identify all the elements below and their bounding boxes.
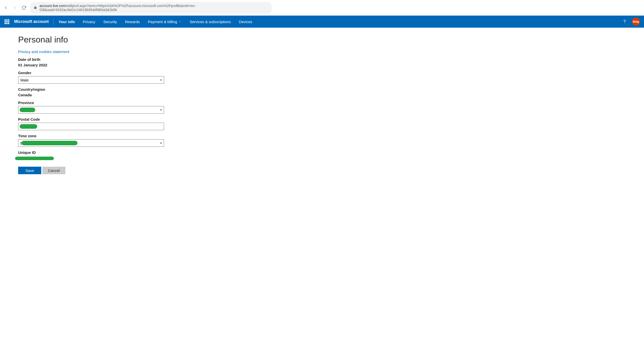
nav-payment-billing[interactable]: Payment & billing bbox=[144, 16, 186, 28]
brand-label[interactable]: Microsoft account bbox=[13, 19, 53, 24]
gender-label: Gender bbox=[18, 71, 183, 75]
gender-group: Gender Male bbox=[18, 71, 183, 84]
browser-toolbar: account.live.com/editprof.aspx?amru=http… bbox=[0, 0, 644, 16]
province-select[interactable] bbox=[18, 106, 164, 114]
avatar[interactable]: Bldg bbox=[632, 18, 640, 26]
help-icon[interactable]: ? bbox=[622, 19, 627, 24]
country-value: Canada bbox=[18, 93, 32, 97]
main-nav: Microsoft account Your info Privacy Secu… bbox=[0, 16, 644, 28]
redacted-uniqueid bbox=[15, 157, 54, 160]
dob-label: Date of birth bbox=[18, 57, 183, 62]
postal-input[interactable] bbox=[18, 123, 164, 130]
country-label: Country/region bbox=[18, 87, 183, 92]
nav-devices[interactable]: Devices bbox=[235, 16, 256, 28]
reload-button[interactable] bbox=[21, 5, 27, 11]
page-title: Personal info bbox=[18, 35, 183, 44]
timezone-select[interactable]: E bbox=[18, 139, 164, 147]
nav-rewards[interactable]: Rewards bbox=[121, 16, 144, 28]
uniqueid-group: Unique ID bbox=[18, 150, 183, 160]
url-text: account.live.com/editprof.aspx?amru=http… bbox=[39, 4, 268, 12]
forward-button[interactable] bbox=[12, 5, 18, 11]
nav-divider bbox=[53, 18, 54, 25]
province-group: Province bbox=[18, 101, 183, 114]
privacy-cookies-link[interactable]: Privacy and cookies statement bbox=[18, 50, 69, 54]
dob-value: 01 January 2022 bbox=[18, 63, 47, 67]
timezone-group: Time zone E bbox=[18, 134, 183, 147]
uniqueid-label: Unique ID bbox=[18, 150, 183, 155]
back-button[interactable] bbox=[3, 5, 9, 11]
address-bar[interactable]: account.live.com/editprof.aspx?amru=http… bbox=[30, 2, 272, 14]
nav-privacy[interactable]: Privacy bbox=[79, 16, 99, 28]
province-label: Province bbox=[18, 101, 183, 105]
nav-security[interactable]: Security bbox=[99, 16, 121, 28]
button-row: Save Cancel bbox=[18, 167, 183, 174]
postal-label: Postal Code bbox=[18, 117, 183, 121]
chevron-down-icon bbox=[179, 20, 182, 24]
country-group: Country/region Canada bbox=[18, 87, 183, 97]
main-content: Personal info Privacy and cookies statem… bbox=[0, 28, 201, 184]
lock-icon bbox=[34, 6, 37, 10]
timezone-label: Time zone bbox=[18, 134, 183, 138]
save-button[interactable]: Save bbox=[18, 167, 41, 174]
nav-services-subscriptions[interactable]: Services & subscriptions bbox=[186, 16, 235, 28]
nav-your-info[interactable]: Your info bbox=[55, 16, 79, 28]
app-launcher-icon[interactable] bbox=[3, 18, 11, 25]
dob-group: Date of birth 01 January 2022 bbox=[18, 57, 183, 67]
cancel-button[interactable]: Cancel bbox=[42, 167, 65, 174]
gender-select[interactable]: Male bbox=[18, 76, 164, 84]
postal-group: Postal Code bbox=[18, 117, 183, 130]
